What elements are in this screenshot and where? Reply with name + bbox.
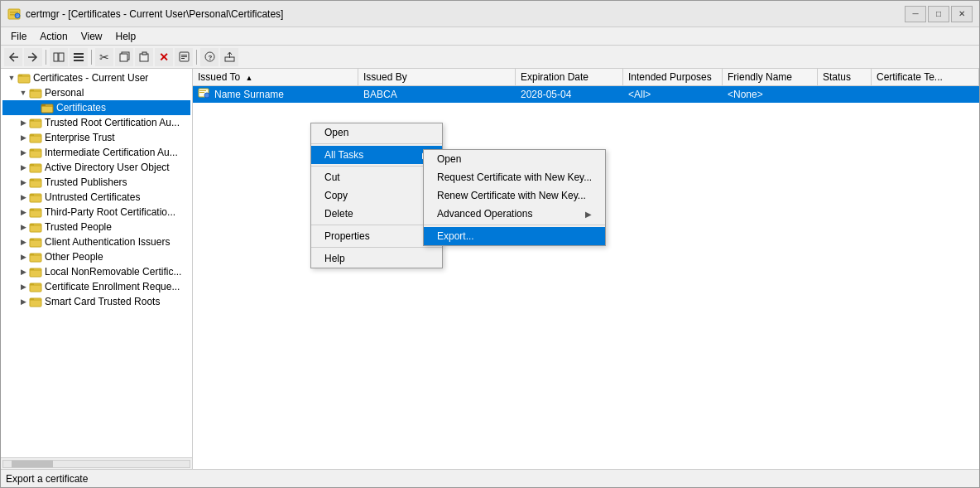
- folder-icon-client-auth: [29, 235, 42, 249]
- tree-item-root[interactable]: ▼ Certificates - Current User: [2, 70, 190, 85]
- menu-file[interactable]: File: [4, 29, 33, 44]
- forward-button[interactable]: [24, 48, 42, 66]
- submenu-request-new-key[interactable]: Request Certificate with New Key...: [424, 168, 605, 186]
- tree-horizontal-scrollbar[interactable]: [2, 460, 190, 468]
- col-header-status[interactable]: Status: [818, 69, 872, 85]
- tree-item-personal[interactable]: ▼ Personal: [2, 85, 190, 100]
- tree-item-third-party[interactable]: ▶ Third-Party Root Certificatio...: [2, 205, 190, 220]
- expand-active-directory[interactable]: ▶: [17, 162, 29, 173]
- submenu: Open Request Certificate with New Key...…: [423, 149, 606, 246]
- folder-icon-smart-card: [29, 295, 42, 308]
- tree-item-cert-enrollment[interactable]: ▶ Certificate Enrollment Reque...: [2, 279, 190, 294]
- back-button[interactable]: [4, 48, 22, 66]
- help-button[interactable]: ?: [200, 48, 219, 66]
- svg-rect-40: [30, 209, 34, 210]
- tree-item-smart-card[interactable]: ▶ Smart Card Trusted Roots: [2, 294, 190, 309]
- toolbar-separator-3: [196, 50, 197, 65]
- submenu-open[interactable]: Open: [424, 150, 605, 168]
- svg-rect-48: [30, 268, 34, 270]
- tree-scrollbar-thumb[interactable]: [12, 461, 53, 467]
- minimize-button[interactable]: ─: [905, 6, 926, 22]
- expand-intermediate[interactable]: ▶: [17, 147, 29, 158]
- tree-item-trusted-root[interactable]: ▶ Trusted Root Certification Au...: [2, 115, 190, 130]
- expand-client-auth[interactable]: ▶: [17, 236, 29, 248]
- menu-view[interactable]: View: [74, 29, 109, 44]
- app-icon: ✓: [7, 7, 21, 21]
- show-hide-button[interactable]: [50, 48, 68, 66]
- tree-item-client-auth[interactable]: ▶ Client Authentication Issuers: [2, 234, 190, 249]
- ctx-help[interactable]: Help: [311, 249, 442, 268]
- submenu-sep-1: [424, 225, 605, 225]
- expand-untrusted[interactable]: ▶: [17, 191, 29, 203]
- expand-trusted-root[interactable]: ▶: [17, 117, 29, 128]
- tree-item-other-people[interactable]: ▶ Other People: [2, 249, 190, 264]
- expand-other-people[interactable]: ▶: [17, 251, 29, 263]
- expand-personal[interactable]: ▼: [17, 87, 29, 99]
- svg-rect-46: [30, 254, 34, 255]
- tree-item-trusted-people[interactable]: ▶ Trusted People: [2, 220, 190, 234]
- cell-status: [818, 93, 872, 96]
- expand-cert-enrollment[interactable]: ▶: [17, 281, 29, 292]
- expand-trusted-people[interactable]: ▶: [17, 221, 29, 233]
- expand-root[interactable]: ▼: [6, 72, 17, 84]
- ctx-open[interactable]: Open: [311, 123, 442, 142]
- tree-item-untrusted[interactable]: ▶ Untrusted Certificates: [2, 190, 190, 205]
- toolbar-separator-1: [46, 50, 46, 65]
- col-header-cert-template[interactable]: Certificate Te...: [872, 69, 979, 85]
- expand-smart-card[interactable]: ▶: [17, 296, 29, 307]
- expand-local-non-removable[interactable]: ▶: [17, 266, 29, 278]
- expand-trusted-publishers[interactable]: ▶: [17, 176, 29, 188]
- list-row[interactable]: Name Surname BABCA 2028-05-04 <All> <Non…: [193, 86, 979, 103]
- copy-button[interactable]: [115, 48, 133, 66]
- col-header-friendly-name[interactable]: Friendly Name: [723, 69, 818, 85]
- expand-third-party[interactable]: ▶: [17, 206, 29, 218]
- maximize-button[interactable]: □: [928, 6, 949, 22]
- folder-icon-root: [17, 71, 31, 85]
- export-button[interactable]: [220, 48, 238, 66]
- tree-item-intermediate[interactable]: ▶ Intermediate Certification Au...: [2, 145, 190, 160]
- submenu-renew-new-key[interactable]: Renew Certificate with New Key...: [424, 186, 605, 205]
- tree-item-local-non-removable[interactable]: ▶ Local NonRemovable Certific...: [2, 264, 190, 279]
- col-header-issued-to[interactable]: Issued To ▲: [193, 69, 358, 85]
- paste-button[interactable]: [135, 48, 153, 66]
- svg-rect-42: [30, 224, 34, 225]
- tree-label-trusted-root: Trusted Root Certification Au...: [45, 117, 180, 128]
- tree-item-enterprise-trust[interactable]: ▶ Enterprise Trust: [2, 130, 190, 145]
- list-view-button[interactable]: [70, 48, 88, 66]
- tree-label-personal: Personal: [45, 87, 84, 99]
- toolbar: ✂ ✕ ?: [1, 46, 979, 69]
- cut-button[interactable]: ✂: [95, 48, 113, 66]
- expand-certificates: [29, 102, 41, 114]
- svg-rect-55: [199, 92, 204, 93]
- window-title: certmgr - [Certificates - Current User\P…: [26, 8, 905, 20]
- submenu-export[interactable]: Export...: [424, 227, 605, 245]
- cell-issued-by: BABCA: [358, 87, 516, 102]
- cell-friendly-name: <None>: [723, 87, 818, 102]
- folder-icon-personal: [29, 86, 42, 99]
- tree-label-active-directory: Active Directory User Object: [45, 162, 170, 173]
- toolbar-separator-2: [91, 50, 92, 65]
- tree-item-certificates[interactable]: Certificates: [2, 100, 190, 115]
- menu-action[interactable]: Action: [33, 29, 74, 44]
- cell-expiration: 2028-05-04: [516, 87, 623, 102]
- window-controls: ─ □ ✕: [905, 6, 973, 22]
- col-header-expiration[interactable]: Expiration Date: [516, 69, 623, 85]
- delete-button[interactable]: ✕: [155, 48, 173, 66]
- expand-enterprise-trust[interactable]: ▶: [17, 132, 29, 143]
- svg-rect-8: [74, 56, 84, 58]
- status-bar: Export a certificate: [1, 469, 979, 487]
- folder-icon-untrusted: [29, 191, 42, 204]
- tree-label-trusted-publishers: Trusted Publishers: [45, 176, 127, 188]
- tree-item-trusted-publishers[interactable]: ▶ Trusted Publishers: [2, 175, 190, 190]
- menu-bar: File Action View Help: [1, 27, 979, 46]
- svg-text:✓: ✓: [17, 14, 19, 18]
- col-header-issued-by[interactable]: Issued By: [358, 69, 516, 85]
- col-header-purposes[interactable]: Intended Purposes: [623, 69, 723, 85]
- svg-rect-26: [41, 104, 46, 106]
- close-button[interactable]: ✕: [951, 6, 973, 22]
- tree-item-active-directory[interactable]: ▶ Active Directory User Object: [2, 160, 190, 175]
- submenu-advanced-ops[interactable]: Advanced Operations ▶: [424, 205, 605, 223]
- folder-icon-active-directory: [29, 161, 42, 174]
- menu-help[interactable]: Help: [109, 29, 143, 44]
- properties-button[interactable]: [175, 48, 193, 66]
